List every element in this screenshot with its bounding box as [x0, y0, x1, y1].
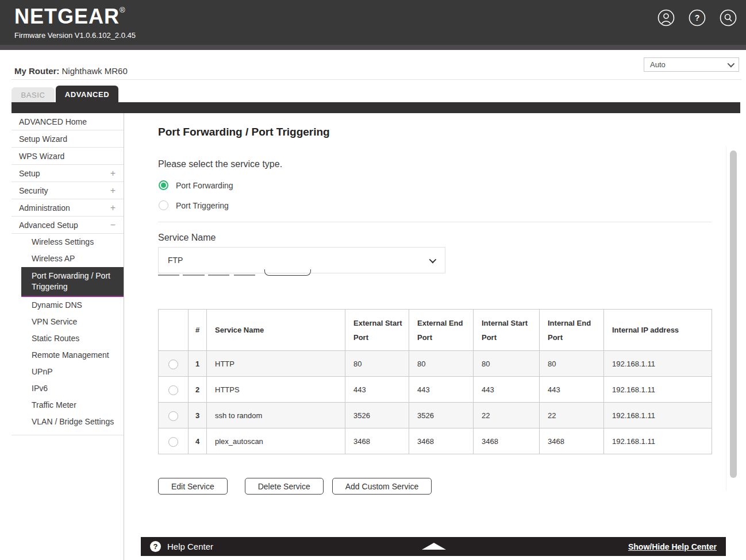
cell-service-name: ssh to random	[207, 403, 345, 428]
table-row: 3 ssh to random 3526 3526 22 22 192.168.…	[159, 403, 712, 428]
scrollbar-thumb[interactable]	[730, 150, 737, 478]
cell-external-start: 3526	[345, 403, 409, 428]
cell-internal-start: 443	[474, 377, 540, 403]
cell-internal-end: 22	[540, 403, 604, 428]
sidebar-item-label: Setup Wizard	[19, 134, 67, 144]
tab-advanced[interactable]: ADVANCED	[56, 86, 118, 103]
form-artifact	[234, 275, 255, 276]
sidebar-item-vpn-service[interactable]: VPN Service	[11, 314, 124, 330]
sidebar-subitems: Wireless Settings Wireless AP Port Forwa…	[11, 234, 124, 435]
row-radio-button[interactable]	[168, 385, 178, 395]
sidebar-item-security[interactable]: Security +	[11, 182, 124, 199]
tab-basic[interactable]: BASIC	[11, 87, 55, 103]
page-title: Port Forwarding / Port Triggering	[158, 126, 330, 138]
sidebar-item-administration[interactable]: Administration +	[11, 199, 124, 217]
radio-button-icon[interactable]	[159, 200, 168, 210]
cell-internal-end: 3468	[540, 428, 604, 454]
cell-number: 2	[189, 377, 207, 403]
cell-external-start: 80	[345, 351, 409, 377]
sidebar-item-label: WPS Wizard	[19, 152, 64, 161]
plus-icon[interactable]: +	[110, 186, 116, 196]
minus-icon[interactable]: −	[110, 220, 116, 230]
port-forwarding-table: # Service Name External Start Port Exter…	[158, 309, 712, 454]
table-row: 4 plex_autoscan 3468 3468 3468 3468 192.…	[159, 428, 712, 454]
user-icon[interactable]	[657, 9, 675, 26]
header-internal-ip: Internal IP address	[604, 310, 712, 351]
service-type-prompt: Please select the service type.	[158, 159, 282, 169]
firmware-version: Firmware Version V1.0.6.102_2.0.45	[14, 31, 136, 40]
add-custom-service-button[interactable]: Add Custom Service	[332, 478, 432, 495]
cell-external-start: 3468	[345, 428, 409, 454]
cell-external-start: 443	[345, 377, 409, 403]
radio-button-icon[interactable]	[159, 180, 168, 190]
delete-service-button[interactable]: Delete Service	[245, 478, 324, 495]
sidebar: ADVANCED Home Setup Wizard WPS Wizard Se…	[11, 113, 124, 560]
cell-internal-ip: 192.168.1.11	[604, 377, 712, 403]
radio-port-forwarding[interactable]: Port Forwarding	[159, 180, 233, 190]
sidebar-item-wireless-ap[interactable]: Wireless AP	[11, 250, 124, 267]
sidebar-item-ipv6[interactable]: IPv6	[11, 380, 124, 397]
secondary-nav-bar	[11, 102, 740, 113]
cell-internal-end: 80	[540, 351, 604, 377]
cell-internal-start: 22	[474, 403, 540, 428]
cell-service-name: plex_autoscan	[207, 428, 345, 454]
cell-external-end: 3526	[409, 403, 474, 428]
search-icon[interactable]	[720, 9, 737, 26]
sidebar-item-label: Setup	[19, 169, 40, 178]
row-radio-button[interactable]	[168, 411, 178, 421]
collapse-triangle-icon[interactable]	[422, 543, 446, 550]
sidebar-item-setup-wizard[interactable]: Setup Wizard	[11, 130, 124, 148]
row-radio-button[interactable]	[168, 437, 178, 447]
edit-service-button[interactable]: Edit Service	[158, 478, 228, 495]
cell-internal-ip: 192.168.1.11	[604, 351, 712, 377]
row-radio-button[interactable]	[168, 360, 178, 369]
cell-service-name: HTTP	[207, 351, 345, 377]
cell-external-end: 80	[409, 351, 474, 377]
section-divider	[158, 222, 712, 222]
sidebar-item-advanced-setup[interactable]: Advanced Setup −	[11, 217, 124, 234]
help-circle-icon: ?	[150, 541, 161, 552]
sidebar-item-label: ADVANCED Home	[19, 117, 87, 126]
plus-icon[interactable]: +	[110, 168, 116, 179]
sidebar-item-static-routes[interactable]: Static Routes	[11, 330, 124, 347]
table-row: 1 HTTP 80 80 80 80 192.168.1.11	[159, 351, 712, 377]
registered-mark: ®	[120, 6, 126, 14]
help-center-bar: ? Help Center Show/Hide Help Center	[141, 537, 726, 556]
show-hide-help-link[interactable]: Show/Hide Help Center	[628, 542, 717, 551]
sidebar-item-traffic-meter[interactable]: Traffic Meter	[11, 397, 124, 414]
plus-icon[interactable]: +	[110, 203, 116, 213]
router-name: Nighthawk MR60	[62, 66, 128, 76]
form-artifact	[264, 269, 311, 276]
cell-internal-end: 443	[540, 377, 604, 403]
sidebar-item-wireless-settings[interactable]: Wireless Settings	[11, 234, 124, 250]
sidebar-item-port-forwarding[interactable]: Port Forwarding / Port Triggering	[21, 267, 124, 297]
sidebar-item-setup[interactable]: Setup +	[11, 165, 124, 182]
svg-text:?: ?	[695, 13, 700, 22]
language-select-value: Auto	[650, 60, 666, 69]
header-icons: ?	[657, 9, 737, 26]
cell-service-name: HTTPS	[207, 377, 345, 403]
cell-internal-ip: 192.168.1.11	[604, 403, 712, 428]
table-header-row: # Service Name External Start Port Exter…	[159, 310, 712, 351]
cell-internal-start: 3468	[474, 428, 540, 454]
sidebar-item-remote-management[interactable]: Remote Management	[11, 347, 124, 364]
table-actions: Edit Service Delete Service Add Custom S…	[158, 478, 432, 495]
cell-internal-start: 80	[474, 351, 540, 377]
service-name-label: Service Name	[158, 233, 216, 243]
help-center-title: Help Center	[167, 542, 213, 551]
sidebar-item-label: Advanced Setup	[19, 221, 78, 230]
scrollbar-track	[726, 146, 726, 491]
sidebar-item-upnp[interactable]: UPnP	[11, 364, 124, 380]
radio-port-triggering[interactable]: Port Triggering	[159, 200, 229, 210]
sidebar-item-label: Administration	[19, 203, 70, 213]
sidebar-item-advanced-home[interactable]: ADVANCED Home	[11, 113, 124, 130]
cell-external-end: 443	[409, 377, 474, 403]
my-router-line: My Router: Nighthawk MR60	[14, 66, 128, 76]
sidebar-item-vlan-bridge[interactable]: VLAN / Bridge Settings	[11, 414, 124, 430]
service-name-select-value: FTP	[168, 256, 183, 265]
help-icon[interactable]: ?	[689, 9, 706, 26]
form-artifact	[158, 275, 179, 276]
sidebar-item-dynamic-dns[interactable]: Dynamic DNS	[11, 297, 124, 314]
language-select[interactable]: Auto	[644, 57, 739, 72]
sidebar-item-wps-wizard[interactable]: WPS Wizard	[11, 148, 124, 165]
